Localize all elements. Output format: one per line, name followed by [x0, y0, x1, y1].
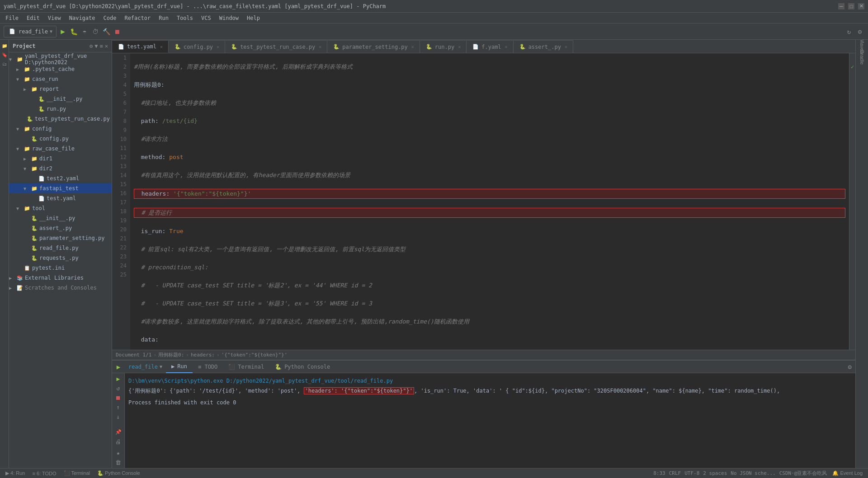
- coverage-button[interactable]: ☂: [80, 27, 89, 36]
- status-event-log-btn[interactable]: 🔔 Event Log: [830, 470, 864, 476]
- run-tool-print[interactable]: 🖨: [113, 438, 123, 445]
- tree-item-raw-case[interactable]: ▼ 📁 raw_case_file: [9, 144, 112, 154]
- breadcrumb-sep-1: ›: [153, 352, 156, 358]
- tree-item-root[interactable]: ▼ 📁 yaml_pytest_drf_vue D:\python2022: [9, 54, 112, 64]
- tree-item-dir1[interactable]: ▶ 📁 dir1: [9, 154, 112, 164]
- tab-close-assert[interactable]: ✕: [565, 44, 567, 49]
- tree-item-config[interactable]: ▼ 📁 config: [9, 124, 112, 134]
- bottom-tab-terminal[interactable]: ⬛ Terminal: [223, 361, 269, 373]
- bottom-tab-run[interactable]: ▶ Run: [166, 361, 193, 373]
- tree-item-test-yaml[interactable]: ▶ 📄 test.yaml: [9, 193, 112, 203]
- tree-item-requests[interactable]: ▶ 🐍 requests_.py: [9, 253, 112, 263]
- run-tool-pin[interactable]: 📌: [113, 428, 123, 436]
- tab-close-run-py[interactable]: ✕: [458, 44, 461, 49]
- folder-icon-tool: 📁: [24, 205, 31, 212]
- close-button[interactable]: ✕: [858, 3, 864, 9]
- tab-test-yaml[interactable]: 📄 test.yaml ✕: [112, 40, 169, 53]
- panel-settings-icon[interactable]: ⚙: [90, 43, 93, 49]
- tree-item-tool[interactable]: ▼ 📁 tool: [9, 203, 112, 213]
- tree-item-external[interactable]: ▶ 📚 External Libraries: [9, 273, 112, 283]
- menu-navigate[interactable]: Navigate: [66, 14, 99, 22]
- tree-item-pytest-cache[interactable]: ▶ 📁 .pytest_cache: [9, 64, 112, 74]
- build-button[interactable]: 🔨: [102, 27, 111, 36]
- bookmark-icon[interactable]: 🔖: [0, 51, 9, 59]
- menu-tools[interactable]: Tools: [173, 14, 197, 22]
- menu-view[interactable]: View: [44, 14, 65, 22]
- tree-item-test2-yaml[interactable]: ▶ 📄 test2.yaml: [9, 173, 112, 183]
- code-content[interactable]: #用例(名称)标题, 而要参数依赖的全部设置字符格式, 后期解析成字典列表等格式…: [130, 53, 849, 350]
- tree-item-report[interactable]: ▶ 📁 report: [9, 84, 112, 94]
- settings-button[interactable]: ⚙: [855, 27, 864, 36]
- maximize-button[interactable]: □: [848, 3, 854, 9]
- run-tool-star[interactable]: ★: [113, 449, 123, 457]
- tree-item-config-py[interactable]: ▶ 🐍 config.py: [9, 134, 112, 144]
- run-panel-gear[interactable]: ⚙: [848, 363, 852, 370]
- tab-close-config-py[interactable]: ✕: [217, 44, 219, 49]
- panel-close-icon[interactable]: ✕: [105, 43, 108, 49]
- tree-item-run-py[interactable]: ▶ 🐍 run.py: [9, 104, 112, 114]
- code-line-1: #用例(名称)标题, 而要参数依赖的全部设置字符格式, 后期解析成字典列表等格式: [134, 62, 845, 71]
- tree-item-assert[interactable]: ▶ 🐍 assert_.py: [9, 223, 112, 233]
- code-line-9: # 是否运行: [134, 208, 845, 218]
- run-tool-up[interactable]: ↑: [113, 403, 123, 411]
- tab-f-yaml[interactable]: 📄 f.yaml ✕: [467, 40, 513, 53]
- tree-item-tool-init[interactable]: ▶ 🐍 __init__.py: [9, 213, 112, 223]
- tree-item-fastapi[interactable]: ▼ 📁 fastapi_test: [9, 183, 112, 193]
- menu-run[interactable]: Run: [155, 14, 172, 22]
- run-play-icon[interactable]: ▶: [112, 363, 125, 370]
- menu-help[interactable]: Help: [243, 14, 264, 22]
- debug-button[interactable]: 🐛: [69, 27, 78, 36]
- tree-item-init-py[interactable]: ▶ 🐍 __init__.py: [9, 94, 112, 104]
- tree-item-case-run[interactable]: ▼ 📁 case_run: [9, 74, 112, 84]
- panel-collapse-icon[interactable]: ▼: [94, 43, 98, 49]
- run-tool-down[interactable]: ↓: [113, 413, 123, 421]
- menu-vcs[interactable]: VCS: [198, 14, 215, 22]
- bottom-tab-python-console[interactable]: 🐍 Python Console: [269, 361, 335, 373]
- run-tool-rerun[interactable]: ↺: [113, 384, 123, 392]
- tree-item-dir2[interactable]: ▼ 📁 dir2: [9, 164, 112, 173]
- tab-assert[interactable]: 🐍 assert_.py ✕: [514, 40, 573, 53]
- run-tool-play[interactable]: ▶: [113, 375, 123, 383]
- tab-close-test-yaml[interactable]: ✕: [160, 44, 163, 49]
- run-button[interactable]: ▶: [58, 27, 67, 36]
- minimize-button[interactable]: ─: [838, 3, 844, 9]
- stop-button[interactable]: ⏹: [113, 27, 122, 36]
- update-button[interactable]: ↻: [844, 27, 854, 36]
- tab-parameter[interactable]: 🐍 parameter_setting.py ✕: [327, 40, 420, 53]
- tab-close-parameter[interactable]: ✕: [411, 44, 414, 49]
- menu-file[interactable]: File: [2, 14, 22, 22]
- panel-layout-icon[interactable]: ≡: [100, 43, 103, 49]
- menu-window[interactable]: Window: [216, 14, 242, 22]
- tree-item-test-pytest[interactable]: ▶ 🐍 test_pytest_run_case.py: [9, 114, 112, 124]
- tab-close-f-yaml[interactable]: ✕: [505, 44, 508, 49]
- tree-label-test-yaml: test.yaml: [47, 195, 76, 202]
- tab-test-pytest-run[interactable]: 🐍 test_pytest_run_case.py ✕: [225, 40, 327, 53]
- code-editor[interactable]: 12345 678910 1112131415 1617181920 21222…: [112, 53, 855, 350]
- tab-close-test-run[interactable]: ✕: [319, 44, 321, 49]
- menu-code[interactable]: Code: [100, 14, 120, 22]
- run-config-selector[interactable]: 📄 read_file ▼: [4, 26, 57, 37]
- tab-config-py[interactable]: 🐍 config.py ✕: [169, 40, 225, 53]
- menu-edit[interactable]: Edit: [23, 14, 43, 22]
- status-python-console-btn[interactable]: 🐍 Python Console: [95, 470, 142, 476]
- folder-icon-fastapi: 📁: [31, 185, 38, 192]
- status-terminal-btn[interactable]: ⬛ Terminal: [62, 470, 92, 476]
- project-icon[interactable]: 📁: [0, 42, 9, 50]
- run-config-dropdown-icon[interactable]: ▼: [50, 29, 52, 34]
- bottom-tab-todo[interactable]: ≡ TODO: [193, 361, 223, 373]
- status-todo-btn[interactable]: ≡ 6: TODO: [30, 471, 58, 476]
- window-controls[interactable]: ─ □ ✕: [838, 3, 864, 9]
- run-tool-stop[interactable]: ⏹: [113, 394, 123, 402]
- tree-item-scratches[interactable]: ▶ 📝 Scratches and Consoles: [9, 283, 112, 293]
- menu-refactor[interactable]: Refactor: [121, 14, 154, 22]
- tree-item-pytest-ini[interactable]: ▶ 📋 pytest.ini: [9, 263, 112, 273]
- run-tool-trash[interactable]: 🗑: [113, 459, 123, 466]
- status-spaces: 2 spaces: [703, 470, 727, 476]
- right-panel-gradle[interactable]: Gradle: [857, 52, 867, 62]
- structure-icon[interactable]: 🗂: [0, 60, 9, 68]
- status-run-btn[interactable]: ▶ 4: Run: [4, 470, 27, 476]
- tab-run-py[interactable]: 🐍 run.py ✕: [420, 40, 467, 53]
- tree-item-readfile[interactable]: ▶ 🐍 read_file.py: [9, 243, 112, 253]
- profile-button[interactable]: ⏱: [91, 27, 100, 36]
- tree-item-param[interactable]: ▶ 🐍 parameter_setting.py: [9, 233, 112, 243]
